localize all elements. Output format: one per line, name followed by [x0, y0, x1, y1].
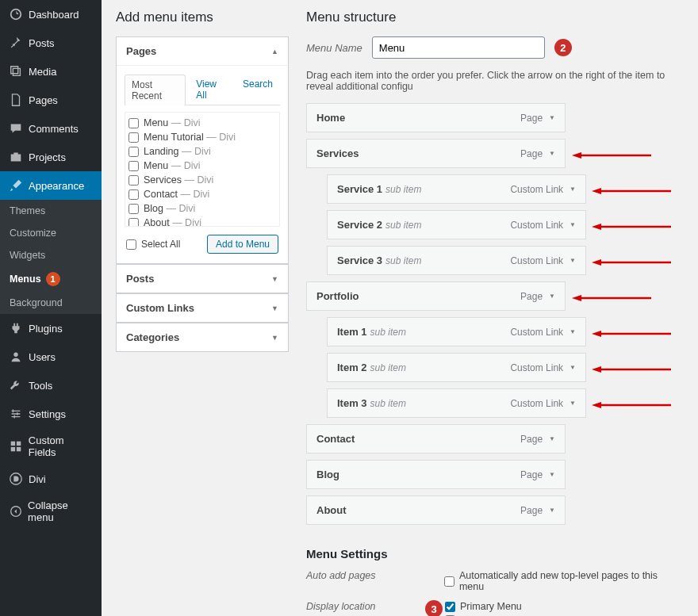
sidebar-label: Divi [29, 473, 46, 485]
page-list-item[interactable]: Menu Tutorial — Divi [128, 130, 276, 144]
menu-item-service-1[interactable]: Service 1sub itemCustom Link▼ [327, 174, 586, 204]
sidebar-item-pages[interactable]: Pages [0, 86, 102, 114]
page-list-item[interactable]: Landing — Divi [128, 144, 276, 159]
menu-item-type: Page [520, 291, 543, 302]
submenu-item-themes[interactable]: Themes [0, 200, 102, 222]
page-list-item[interactable]: Contact — Divi [128, 187, 276, 201]
svg-rect-4 [17, 447, 21, 451]
menu-item-service-3[interactable]: Service 3sub itemCustom Link▼ [327, 246, 586, 275]
expand-icon[interactable]: ▼ [549, 150, 555, 157]
menu-name-input[interactable] [372, 36, 545, 59]
auto-add-checkbox[interactable] [444, 576, 454, 587]
main-content: Add menu items Pages ▲ Most RecentView A… [102, 0, 698, 616]
expand-icon[interactable]: ▼ [570, 364, 576, 371]
location-option-primary-menu[interactable]: Primary Menu [445, 601, 535, 612]
menu-item-home[interactable]: HomePage▼ [306, 103, 566, 132]
sub-item-label: sub item [370, 362, 406, 373]
page-checkbox[interactable] [128, 204, 139, 214]
pages-list[interactable]: Menu — DiviMenu Tutorial — DiviLanding —… [125, 112, 280, 227]
expand-icon[interactable]: ▼ [549, 293, 555, 300]
expand-icon[interactable]: ▼ [549, 435, 555, 442]
menu-item-services[interactable]: ServicesPage▼ [306, 139, 566, 168]
annotation-arrow [592, 328, 671, 336]
auto-add-option[interactable]: Automatically add new top-level pages to… [444, 570, 684, 592]
menu-item-title: Services [316, 147, 359, 159]
sidebar-item-appearance[interactable]: Appearance [0, 171, 102, 200]
page-list-item[interactable]: Menu — Divi [128, 116, 276, 130]
triangle-down-icon: ▼ [271, 275, 278, 283]
sidebar-item-plugins[interactable]: Plugins [0, 314, 102, 342]
menu-item-blog[interactable]: BlogPage▼ [306, 460, 566, 489]
sidebar-item-projects[interactable]: Projects [0, 143, 102, 171]
expand-icon[interactable]: ▼ [570, 221, 576, 228]
page-checkbox[interactable] [128, 147, 139, 157]
page-list-item[interactable]: Blog — Divi [128, 201, 276, 216]
page-checkbox[interactable] [128, 218, 139, 228]
menu-settings-section: Menu Settings Auto add pages Automatical… [306, 547, 684, 616]
menu-name-label: Menu Name [306, 42, 362, 54]
location-checkbox[interactable] [445, 602, 455, 612]
sidebar-item-posts[interactable]: Posts [0, 29, 102, 57]
tab-most-recent[interactable]: Most Recent [125, 75, 186, 105]
menu-item-about[interactable]: AboutPage▼ [306, 495, 566, 525]
menu-structure-column: Menu structure Menu Name 2 Drag each ite… [306, 10, 684, 616]
expand-icon[interactable]: ▼ [549, 471, 555, 478]
pages-tabs: Most RecentView AllSearch [125, 74, 280, 105]
menu-item-type: Custom Link [510, 362, 563, 373]
sidebar-item-dashboard[interactable]: Dashboard [0, 0, 102, 29]
menu-item-item-2[interactable]: Item 2sub itemCustom Link▼ [327, 353, 586, 382]
box-header[interactable]: Posts▼ [117, 265, 288, 293]
sidebar-item-divi[interactable]: Divi [0, 465, 102, 493]
sidebar-item-media[interactable]: Media [0, 57, 102, 86]
page-checkbox[interactable] [128, 175, 139, 186]
tab-search[interactable]: Search [236, 74, 280, 105]
page-checkbox[interactable] [128, 118, 139, 128]
pages-box-header[interactable]: Pages ▲ [117, 37, 288, 66]
svg-marker-10 [592, 188, 601, 194]
add-items-heading: Add menu items [116, 10, 289, 25]
box-header[interactable]: Custom Links▼ [117, 294, 288, 322]
expand-icon[interactable]: ▼ [570, 400, 576, 407]
select-all-checkbox[interactable] [126, 239, 136, 250]
box-header[interactable]: Categories▼ [117, 323, 288, 351]
submenu-item-menus[interactable]: Menus1 [0, 266, 102, 292]
display-location-label: Display location [306, 601, 445, 612]
sidebar-item-custom-fields[interactable]: Custom Fields [0, 428, 102, 465]
menu-item-portfolio[interactable]: PortfolioPage▼ [306, 281, 566, 311]
expand-icon[interactable]: ▼ [570, 186, 576, 193]
svg-marker-14 [592, 259, 601, 266]
sidebar-item-comments[interactable]: Comments [0, 114, 102, 143]
menu-item-type: Page [520, 434, 543, 445]
page-list-item[interactable]: Menu — Divi [128, 159, 276, 173]
expand-icon[interactable]: ▼ [549, 507, 555, 514]
sub-item-label: sub item [385, 184, 421, 195]
page-list-item[interactable]: About — Divi [128, 216, 276, 227]
sidebar-label: Settings [29, 408, 66, 420]
page-checkbox[interactable] [128, 161, 139, 171]
page-name: About — Divi [144, 217, 201, 227]
page-checkbox[interactable] [128, 189, 139, 200]
page-list-item[interactable]: Services — Divi [128, 173, 276, 187]
expand-icon[interactable]: ▼ [570, 257, 576, 264]
page-name: Menu — Divi [144, 117, 201, 128]
sidebar-item-tools[interactable]: Tools [0, 371, 102, 400]
expand-icon[interactable]: ▼ [549, 114, 555, 121]
page-checkbox[interactable] [128, 132, 139, 143]
submenu-item-widgets[interactable]: Widgets [0, 244, 102, 266]
menu-item-item-1[interactable]: Item 1sub itemCustom Link▼ [327, 317, 586, 346]
menu-item-service-2[interactable]: Service 2sub itemCustom Link▼ [327, 210, 586, 239]
submenu-item-customize[interactable]: Customize [0, 222, 102, 244]
select-all-label[interactable]: Select All [126, 239, 180, 250]
submenu-item-background[interactable]: Background [0, 292, 102, 314]
menu-item-type: Page [520, 469, 543, 480]
menu-item-title: Service 1 [337, 183, 382, 195]
sidebar-item-settings[interactable]: Settings [0, 400, 102, 428]
tab-view-all[interactable]: View All [189, 74, 232, 105]
expand-icon[interactable]: ▼ [570, 328, 576, 335]
menu-item-type: Custom Link [510, 220, 563, 231]
menu-item-item-3[interactable]: Item 3sub itemCustom Link▼ [327, 388, 586, 418]
add-to-menu-button[interactable]: Add to Menu [207, 235, 278, 254]
sidebar-item-collapse-menu[interactable]: Collapse menu [0, 493, 102, 530]
menu-item-contact[interactable]: ContactPage▼ [306, 424, 566, 453]
sidebar-item-users[interactable]: Users [0, 342, 102, 371]
